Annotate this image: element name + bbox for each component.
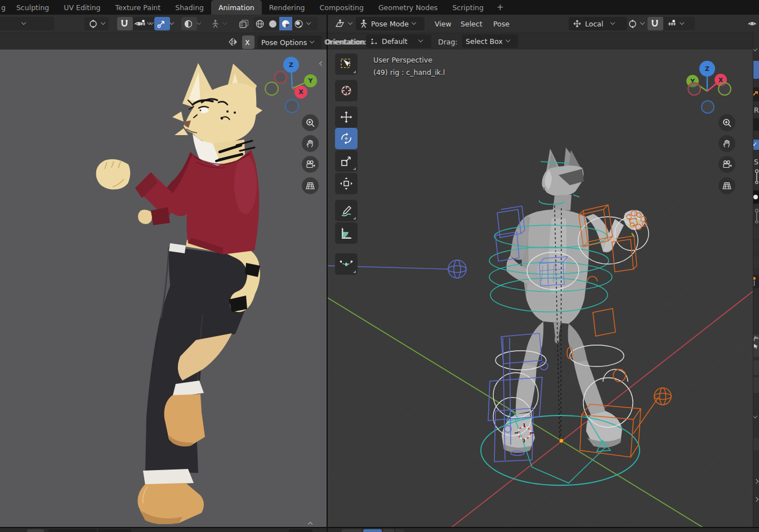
gizmo-minus-x-axis[interactable] (687, 82, 701, 96)
object-origin-point[interactable] (559, 439, 564, 443)
bottom-button-fragment[interactable] (395, 529, 404, 532)
tab-geometry-nodes[interactable]: Geometry Nodes (371, 0, 445, 15)
tab-rendering[interactable]: Rendering (262, 0, 312, 15)
zoom-button[interactable] (302, 114, 319, 131)
pose-mode-scene[interactable] (328, 50, 759, 527)
bottom-dropdown-fragment[interactable] (98, 529, 131, 532)
panel-button-fragment[interactable] (753, 438, 759, 450)
chevron-down-icon[interactable] (753, 414, 757, 419)
tool-rotate[interactable] (335, 128, 358, 149)
tool-scale[interactable] (335, 150, 358, 172)
left-3d-viewport[interactable]: Z Y X (0, 50, 327, 527)
mirror-x-toggle[interactable]: X (242, 35, 255, 49)
gizmo-y-axis[interactable]: Y (304, 74, 317, 87)
overlays-dropdown[interactable] (196, 17, 206, 30)
gizmo-z-axis[interactable]: Z (699, 61, 715, 77)
drag-action-dropdown[interactable]: Select Box (462, 34, 518, 48)
chevron-down-icon (197, 20, 202, 25)
transform-orientation-dropdown[interactable]: Local (569, 17, 627, 30)
toggle-xray-button[interactable] (237, 17, 254, 30)
tab-modeling-cutoff[interactable]: g (0, 0, 9, 15)
bottom-dropdown-fragment[interactable] (48, 529, 97, 532)
gizmo-x-axis[interactable]: X (294, 86, 307, 99)
pose-options-dropdown[interactable]: Pose Options (257, 35, 322, 49)
xray-icon (239, 19, 249, 29)
tab-animation[interactable]: Animation (211, 0, 262, 15)
tool-annotate[interactable] (335, 200, 358, 221)
chevron-right-icon[interactable] (754, 479, 759, 484)
object-visibility-dropdown[interactable] (743, 17, 759, 30)
chevron-down-icon (610, 20, 615, 25)
toggle-projection-button[interactable] (302, 177, 319, 194)
bottom-button-fragment[interactable] (27, 529, 44, 532)
pivot-point-dropdown[interactable] (84, 17, 109, 30)
snap-settings-dropdown[interactable] (663, 17, 695, 30)
gizmo-minus-y-axis[interactable] (718, 82, 731, 96)
panel-bone-orange-fragment[interactable] (753, 275, 759, 288)
pan-button[interactable] (718, 135, 735, 152)
gizmo-minus-z-axis[interactable] (285, 99, 299, 113)
tool-pose-breakdowner[interactable] (335, 253, 358, 275)
left-navigation-gizmo[interactable]: Z Y X (262, 54, 327, 122)
tool-measure[interactable] (335, 222, 358, 244)
shading-dropdown[interactable] (305, 17, 318, 30)
camera-view-button[interactable] (718, 156, 735, 173)
wireframe-sphere-icon (255, 19, 265, 29)
chevron-right-icon[interactable] (754, 497, 759, 502)
viewport-divider[interactable] (327, 15, 328, 527)
camera-view-button[interactable] (302, 156, 319, 173)
bone-icon[interactable] (754, 208, 759, 224)
tab-shading[interactable]: Shading (168, 0, 211, 15)
panel-button-fragment[interactable] (753, 377, 759, 393)
right-3d-viewport[interactable]: User Perspective (49) rig : c_hand_ik.l (328, 50, 759, 527)
toggle-projection-button[interactable] (718, 177, 735, 194)
panel-checkbox-checked[interactable]: ✓ (753, 140, 759, 150)
gizmo-minus-x-axis[interactable] (274, 71, 287, 84)
mirror-button[interactable] (226, 35, 242, 48)
add-workspace-button[interactable]: + (491, 0, 510, 15)
bottom-button-fragment[interactable] (289, 529, 312, 532)
bottom-icon-button-fragment[interactable] (383, 529, 394, 532)
cat-head[interactable] (172, 83, 262, 144)
tool-move[interactable] (335, 106, 358, 128)
tab-texture-paint[interactable]: Texture Paint (108, 0, 168, 15)
tool-transform[interactable] (335, 173, 358, 194)
gizmo-dropdown[interactable] (169, 17, 179, 30)
panel-icon-box-fragment[interactable] (753, 334, 759, 357)
zoom-button[interactable] (718, 114, 735, 131)
bone-icon[interactable] (754, 169, 759, 185)
panel-blue-button-fragment[interactable] (753, 61, 759, 79)
show-overlays-toggle[interactable] (181, 17, 197, 30)
tab-scripting[interactable]: Scripting (445, 0, 491, 15)
tab-compositing[interactable]: Compositing (312, 0, 371, 15)
menu-select[interactable]: Select (458, 15, 485, 33)
bottom-button-fragment[interactable] (342, 529, 362, 532)
bottom-blue-button-fragment[interactable] (363, 529, 382, 532)
gizmo-minus-y-axis[interactable] (265, 82, 279, 96)
transform-orientation-dropdown[interactable]: cal (0, 17, 54, 30)
pan-button[interactable] (302, 135, 319, 152)
gizmo-z-axis[interactable]: Z (283, 57, 299, 73)
show-gizmo-toggle[interactable] (154, 17, 170, 30)
orientation-default-dropdown[interactable]: Default (366, 34, 431, 48)
panel-dark-button-fragment[interactable] (753, 190, 759, 204)
tab-sculpting[interactable]: Sculpting (9, 0, 56, 15)
tool-select-box[interactable] (335, 53, 358, 75)
cat-sweater[interactable] (135, 150, 259, 254)
fade-geometry-dropdown[interactable] (207, 17, 235, 30)
rig-orange-controls[interactable] (567, 205, 671, 457)
mode-dropdown[interactable]: Pose Mode (356, 17, 425, 30)
right-navigation-gizmo[interactable]: Z Y X (685, 56, 747, 118)
material-sphere-icon (281, 19, 291, 29)
gizmo-minus-z-axis[interactable] (701, 100, 715, 114)
panel-tool-button-fragment[interactable] (753, 87, 759, 101)
tool-cursor[interactable] (335, 80, 358, 101)
tab-uv-editing[interactable]: UV Editing (56, 0, 108, 15)
menu-view[interactable]: View (432, 15, 454, 33)
chevron-down-icon (169, 20, 175, 25)
panel-field-fragment[interactable] (753, 118, 759, 131)
snap-toggle-button[interactable] (648, 17, 663, 30)
panel-button-fragment[interactable] (753, 360, 759, 375)
menu-pose[interactable]: Pose (491, 15, 512, 33)
cat-standing-boot[interactable] (138, 469, 204, 524)
